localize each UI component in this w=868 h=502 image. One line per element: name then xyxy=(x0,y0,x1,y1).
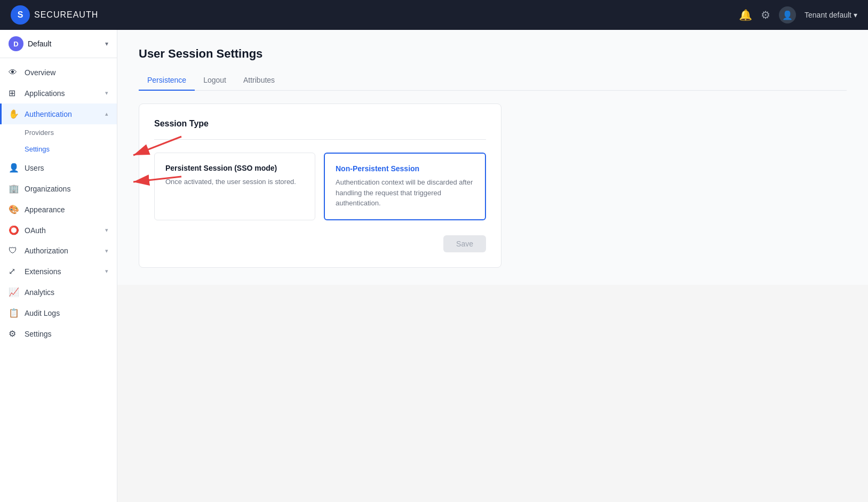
users-icon: 👤 xyxy=(9,163,19,173)
sidebar-item-label: Users xyxy=(25,164,108,172)
chevron-down-icon: ▾ xyxy=(105,227,108,234)
logo-icon: S xyxy=(11,5,30,25)
tab-attributes[interactable]: Attributes xyxy=(235,71,283,91)
authorization-icon: 🛡 xyxy=(9,246,19,256)
extensions-icon: ⤢ xyxy=(9,266,19,276)
sidebar-item-label: Authentication xyxy=(25,110,100,118)
sidebar-item-authorization[interactable]: 🛡 Authorization ▾ xyxy=(0,241,117,261)
sidebar-item-users[interactable]: 👤 Users xyxy=(0,157,117,178)
sidebar-item-authentication[interactable]: ✋ Authentication ▴ xyxy=(0,103,117,124)
chevron-down-icon: ▾ xyxy=(105,268,108,275)
oauth-icon: ⭕ xyxy=(9,225,19,235)
card-footer: Save xyxy=(154,235,486,252)
logo-area: S SECUREAUTH xyxy=(11,5,98,25)
logo-text: SECUREAUTH xyxy=(34,10,98,20)
page-title: User Session Settings xyxy=(139,47,847,61)
persistent-session-desc: Once activated, the user session is stor… xyxy=(165,177,304,187)
sidebar-sub-item-providers[interactable]: Providers xyxy=(0,124,117,141)
sub-item-label: Providers xyxy=(25,129,54,137)
applications-icon: ⊞ xyxy=(9,88,19,98)
save-button[interactable]: Save xyxy=(443,235,486,252)
sidebar-item-label: Audit Logs xyxy=(25,309,108,317)
sidebar-item-oauth[interactable]: ⭕ OAuth ▾ xyxy=(0,220,117,241)
sidebar-item-organizations[interactable]: 🏢 Organizations xyxy=(0,178,117,199)
organizations-icon: 🏢 xyxy=(9,184,19,194)
sidebar-item-analytics[interactable]: 📈 Analytics xyxy=(0,282,117,302)
session-type-card: Session Type Persistent Session (SSO mod… xyxy=(139,103,501,268)
sidebar-item-appearance[interactable]: 🎨 Appearance xyxy=(0,199,117,220)
chevron-up-icon: ▴ xyxy=(105,110,108,117)
chevron-down-icon: ▾ xyxy=(105,90,108,97)
tenant-name: Default xyxy=(28,39,101,48)
sidebar: D Default ▾ 👁 Overview ⊞ Applications ▾ … xyxy=(0,30,117,502)
sidebar-item-settings[interactable]: ⚙ Settings xyxy=(0,323,117,344)
tabs-bar: Persistence Logout Attributes xyxy=(139,71,847,91)
non-persistent-session-option[interactable]: Non-Persistent Session Authentication co… xyxy=(324,153,486,220)
authentication-icon: ✋ xyxy=(9,109,19,119)
sidebar-item-label: Analytics xyxy=(25,288,108,297)
sidebar-nav: 👁 Overview ⊞ Applications ▾ ✋ Authentica… xyxy=(0,58,117,348)
sidebar-item-label: OAuth xyxy=(25,226,100,235)
settings-icon: ⚙ xyxy=(9,329,19,339)
sidebar-item-label: Extensions xyxy=(25,267,100,276)
sub-item-label: Settings xyxy=(25,145,50,153)
main-content: User Session Settings Persistence Logout… xyxy=(117,30,868,285)
sidebar-sub-item-settings[interactable]: Settings xyxy=(0,141,117,157)
sidebar-item-extensions[interactable]: ⤢ Extensions ▾ xyxy=(0,261,117,282)
tenant-chevron-icon: ▾ xyxy=(105,40,108,47)
tenant-icon: D xyxy=(9,36,23,51)
persistent-session-option[interactable]: Persistent Session (SSO mode) Once activ… xyxy=(154,153,315,220)
top-navigation: S SECUREAUTH 🔔 ⚙ 👤 Tenant default ▾ xyxy=(0,0,868,30)
sidebar-item-label: Applications xyxy=(25,89,100,98)
tab-logout[interactable]: Logout xyxy=(195,71,235,91)
sidebar-item-label: Organizations xyxy=(25,185,108,193)
analytics-icon: 📈 xyxy=(9,287,19,297)
sidebar-item-audit-logs[interactable]: 📋 Audit Logs xyxy=(0,302,117,323)
avatar[interactable]: 👤 xyxy=(779,6,796,23)
card-divider xyxy=(154,139,486,140)
overview-icon: 👁 xyxy=(9,68,19,77)
app-layout: D Default ▾ 👁 Overview ⊞ Applications ▾ … xyxy=(0,30,868,502)
sidebar-item-label: Overview xyxy=(25,68,108,77)
sidebar-item-applications[interactable]: ⊞ Applications ▾ xyxy=(0,83,117,103)
card-section-title: Session Type xyxy=(154,119,486,129)
appearance-icon: 🎨 xyxy=(9,204,19,214)
audit-logs-icon: 📋 xyxy=(9,308,19,318)
tab-persistence[interactable]: Persistence xyxy=(139,71,195,91)
sidebar-item-overview[interactable]: 👁 Overview xyxy=(0,62,117,83)
sidebar-item-label: Settings xyxy=(25,330,108,338)
chevron-down-icon: ▾ xyxy=(105,248,108,254)
non-persistent-session-title: Non-Persistent Session xyxy=(336,164,474,173)
non-persistent-session-desc: Authentication context will be discarded… xyxy=(336,177,474,209)
sidebar-item-label: Appearance xyxy=(25,205,108,214)
persistent-session-title: Persistent Session (SSO mode) xyxy=(165,164,304,172)
tenant-selector-sidebar[interactable]: D Default ▾ xyxy=(0,30,117,58)
topnav-actions: 🔔 ⚙ 👤 Tenant default ▾ xyxy=(739,6,857,23)
session-options: Persistent Session (SSO mode) Once activ… xyxy=(154,153,486,220)
bell-icon[interactable]: 🔔 xyxy=(739,9,752,21)
gear-icon[interactable]: ⚙ xyxy=(761,9,770,21)
tenant-selector[interactable]: Tenant default ▾ xyxy=(805,11,857,19)
sidebar-item-label: Authorization xyxy=(25,246,100,255)
